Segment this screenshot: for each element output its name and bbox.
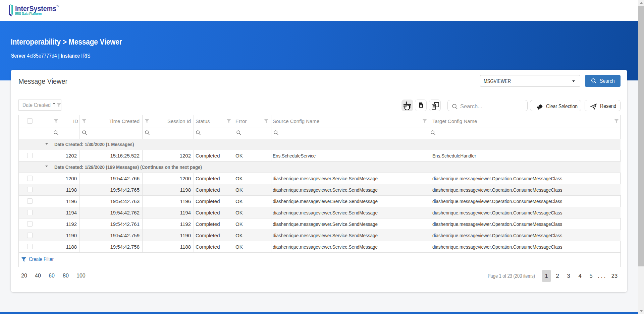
svg-text:IRIS Data Platform: IRIS Data Platform xyxy=(15,11,42,16)
svg-text:TM: TM xyxy=(57,5,59,7)
